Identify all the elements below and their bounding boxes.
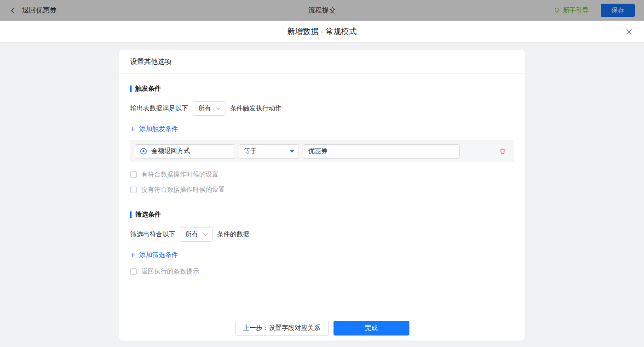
prev-step-button[interactable]: 上一步：设置字段对应关系: [235, 321, 329, 336]
trigger-section: 触发条件 输出表数据满足以下 所有 条件触发执行动作 +: [130, 85, 514, 194]
done-button[interactable]: 完成: [334, 321, 409, 336]
card-footer: 上一步：设置字段对应关系 完成: [119, 315, 525, 341]
checkbox-icon: [130, 187, 137, 193]
condition-operator-select[interactable]: 等于: [239, 144, 299, 159]
filter-section: 筛选条件 筛选出符合以下 所有 条件的数据 +: [130, 210, 514, 276]
options-card: 设置其他选项 触发条件 输出表数据满足以下 所有: [119, 50, 525, 341]
condition-operator-value: 等于: [239, 145, 285, 158]
filter-section-title: 筛选条件: [130, 210, 514, 219]
add-trigger-condition-label: 添加触发条件: [139, 125, 178, 133]
trigger-prefix-label: 输出表数据满足以下: [130, 104, 188, 113]
modal: 新增数据 - 常规模式 设置其他选项 触发条件 输出表数据满足以下: [0, 21, 644, 347]
filter-match-mode-value: 所有: [185, 230, 198, 239]
chevron-down-icon: [203, 233, 208, 236]
checkbox-count-tip-label: 返回执行的条数提示: [141, 267, 199, 276]
checkbox-icon: [130, 171, 137, 178]
caret-down-icon: [285, 145, 299, 158]
checkbox-has-match-label: 有符合数据操作时候的设置: [141, 171, 218, 179]
beginner-guide-button[interactable]: 新手引导: [553, 6, 589, 15]
plus-icon: +: [130, 252, 135, 258]
topbar-title: 流程提交: [0, 6, 644, 15]
add-filter-condition-label: 添加筛选条件: [139, 251, 178, 259]
section-bar: [130, 85, 132, 92]
filter-section-label: 筛选条件: [135, 210, 161, 219]
trash-icon: [499, 148, 506, 155]
trigger-match-mode-value: 所有: [198, 104, 211, 113]
trigger-section-title: 触发条件: [130, 85, 514, 93]
filter-prefix-label: 筛选出符合以下: [130, 230, 175, 239]
radio-field-type-icon: [140, 148, 147, 155]
add-filter-condition-link[interactable]: + 添加筛选条件: [130, 251, 178, 259]
condition-value-input[interactable]: [303, 144, 460, 159]
filter-match-mode-select[interactable]: 所有: [180, 227, 213, 242]
card-title: 设置其他选项: [119, 50, 525, 74]
chevron-down-icon: [216, 107, 221, 110]
guide-label: 新手引导: [563, 6, 589, 15]
checkbox-count-tip[interactable]: 返回执行的条数提示: [130, 267, 199, 276]
filter-suffix-label: 条件的数据: [217, 230, 249, 239]
condition-field-value: 金额退回方式: [151, 147, 190, 155]
delete-condition-button[interactable]: [499, 148, 506, 155]
checkbox-no-match-settings[interactable]: 没有符合数据操作时候的设置: [130, 186, 225, 194]
checkbox-icon: [130, 268, 137, 275]
trigger-match-mode-select[interactable]: 所有: [193, 101, 225, 116]
modal-body: 设置其他选项 触发条件 输出表数据满足以下 所有: [0, 50, 644, 347]
lightbulb-icon: [553, 7, 560, 14]
trigger-condition-row: 金额退回方式 等于: [130, 140, 514, 162]
trigger-suffix-label: 条件触发执行动作: [230, 104, 282, 113]
modal-header: 新增数据 - 常规模式: [0, 21, 644, 43]
checkbox-has-match-settings[interactable]: 有符合数据操作时候的设置: [130, 171, 218, 179]
section-bar: [130, 211, 132, 218]
checkbox-no-match-label: 没有符合数据操作时候的设置: [141, 186, 225, 194]
add-trigger-condition-link[interactable]: + 添加触发条件: [130, 125, 178, 133]
condition-field-select[interactable]: 金额退回方式: [135, 144, 235, 159]
top-navbar: 退回优惠券 流程提交 新手引导 保存: [0, 0, 644, 21]
plus-icon: +: [130, 126, 135, 132]
close-icon[interactable]: [625, 28, 633, 35]
trigger-section-label: 触发条件: [135, 85, 161, 93]
modal-title: 新增数据 - 常规模式: [287, 26, 356, 37]
save-button[interactable]: 保存: [601, 4, 635, 17]
